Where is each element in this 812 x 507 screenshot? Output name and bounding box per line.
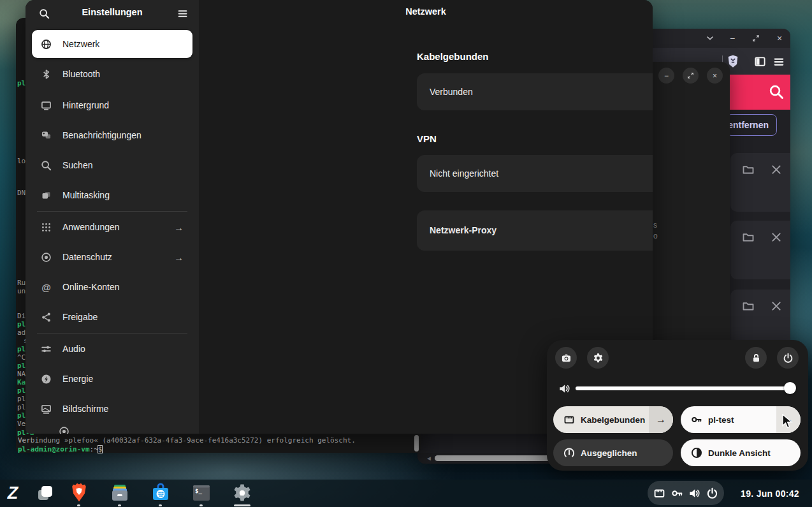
bolt-icon: [41, 374, 52, 385]
section-title-vpn: VPN: [417, 133, 437, 144]
tile-power-profile[interactable]: Ausgeglichen: [553, 439, 673, 466]
files-icon[interactable]: [110, 483, 130, 503]
software-store-icon[interactable]: [150, 483, 171, 503]
page-search-icon[interactable]: [769, 84, 784, 99]
quick-settings-panel: Kabelgebunden → pl-test → Ausgeglichen D…: [547, 340, 808, 471]
globe-icon: [41, 39, 52, 50]
list-item: [730, 221, 790, 279]
sidebar-item-suchen[interactable]: Suchen: [32, 152, 192, 178]
chevron-right-icon: →: [174, 252, 184, 263]
windows-icon: [41, 190, 52, 201]
running-indicator: [159, 504, 162, 506]
close-icon[interactable]: [770, 300, 783, 312]
key-icon: [671, 487, 683, 499]
sidebar-item-bluetooth[interactable]: Bluetooth: [32, 61, 192, 87]
close-icon[interactable]: [770, 231, 783, 244]
screenshot-camera-icon[interactable]: [555, 347, 577, 369]
volume-slider-knob[interactable]: [784, 382, 796, 394]
maximize-button[interactable]: [683, 68, 699, 84]
search-icon: [41, 160, 52, 171]
monitor-icon: [41, 100, 52, 111]
vertical-scrollbar[interactable]: [414, 435, 419, 452]
sidebar-panel-icon[interactable]: [754, 55, 766, 68]
hamburger-menu-icon[interactable]: [174, 5, 191, 22]
vpn-status-label: Nicht eingerichtet: [430, 168, 498, 179]
sidebar-item-online-konten[interactable]: @ Online-Konten: [32, 274, 192, 300]
sidebar-item-freigabe[interactable]: Freigabe: [32, 304, 192, 330]
terminal-cursor: [98, 445, 103, 453]
running-indicator-active: [234, 504, 250, 506]
sidebar-item-multitasking[interactable]: Multitasking: [32, 182, 192, 208]
browser-close-button[interactable]: ×: [774, 33, 785, 44]
window-switcher-icon[interactable]: [34, 483, 55, 503]
clock[interactable]: 19. Jun 00:42: [733, 480, 807, 507]
close-icon[interactable]: [770, 163, 783, 176]
page-header-banner: [729, 75, 790, 110]
at-icon: @: [41, 282, 52, 293]
display-icon: [41, 404, 52, 415]
zorin-menu-icon[interactable]: Z: [3, 483, 23, 503]
browser-maximize-button[interactable]: [750, 33, 762, 44]
sidebar-item-netzwerk[interactable]: Netzwerk: [32, 30, 192, 58]
desktop: − × e entfernen ◄: [0, 0, 812, 507]
terminal-prompt: pl-admin@zorin-vm:~$: [18, 445, 102, 453]
svg-text:$_: $_: [195, 488, 202, 494]
arrow-right-icon[interactable]: →: [649, 406, 673, 433]
clipped-text: s: [653, 221, 657, 230]
system-tray[interactable]: [648, 481, 724, 505]
chevron-down-icon[interactable]: [704, 33, 716, 44]
close-button[interactable]: ×: [707, 68, 723, 84]
key-icon: [691, 414, 702, 425]
sidebar-item-energie[interactable]: Energie: [32, 366, 192, 392]
sidebar-item-audio[interactable]: Audio: [32, 336, 192, 362]
running-indicator: [199, 504, 203, 506]
folder-icon[interactable]: [742, 300, 755, 312]
section-title-wired: Kabelgebunden: [417, 51, 489, 62]
speaker-icon[interactable]: [558, 383, 570, 395]
sidebar-item-hintergrund[interactable]: Hintergrund: [32, 92, 192, 118]
sidebar-header: Einstellungen: [25, 0, 199, 27]
proxy-row[interactable]: Netzwerk-Proxy Aus: [417, 210, 653, 251]
settings-gear-icon[interactable]: [232, 483, 252, 503]
page-title: Netzwerk: [199, 6, 653, 17]
lock-icon[interactable]: [745, 347, 767, 369]
clipped-sidebar-icon: [59, 426, 69, 434]
ethernet-icon: [563, 414, 575, 425]
folder-icon[interactable]: [742, 163, 755, 176]
connection-label: Verbunden: [430, 87, 473, 97]
power-icon: [706, 487, 718, 499]
brave-browser-icon[interactable]: [69, 483, 89, 503]
app-grid-icon: [41, 222, 52, 233]
minimize-button[interactable]: −: [658, 68, 674, 84]
folder-icon[interactable]: [742, 231, 755, 244]
sidebar-item-benachrichtigungen[interactable]: Benachrichtigungen: [32, 122, 192, 148]
tile-network[interactable]: Kabelgebunden →: [553, 406, 673, 433]
privacy-icon: [41, 252, 52, 263]
sidebar-separator: [37, 211, 187, 212]
wired-connection-row[interactable]: Verbunden: [417, 73, 653, 110]
browser-menu-icon[interactable]: [773, 56, 785, 68]
notifications-icon: [41, 130, 52, 141]
settings-sidebar: Einstellungen Netzwerk Bluetooth Hinterg…: [25, 0, 199, 434]
speaker-icon: [688, 487, 700, 499]
sliders-icon: [41, 344, 52, 355]
tile-dark-mode[interactable]: Dunkle Ansicht: [681, 439, 801, 466]
bluetooth-icon: [41, 69, 52, 80]
power-icon[interactable]: [777, 347, 799, 369]
volume-slider[interactable]: [576, 386, 795, 390]
settings-gear-icon[interactable]: [587, 347, 609, 369]
sidebar-item-anwendungen[interactable]: Anwendungen →: [32, 214, 192, 240]
terminal-icon[interactable]: $_: [191, 483, 212, 503]
scroll-left-arrow-icon[interactable]: ◄: [426, 455, 432, 462]
proxy-label: Netzwerk-Proxy: [430, 225, 497, 235]
terminal-output-line: Verbindung »plefoo« (a40032af-632a-4fa3-…: [18, 436, 356, 445]
page-title: Einstellungen: [25, 7, 199, 17]
remove-button[interactable]: e entfernen: [726, 114, 777, 136]
running-indicator: [77, 504, 80, 506]
sidebar-item-datenschutz[interactable]: Datenschutz →: [32, 244, 192, 270]
ethernet-icon: [653, 487, 665, 499]
list-item: [730, 153, 790, 212]
running-indicator: [118, 504, 121, 506]
sidebar-item-bildschirme[interactable]: Bildschirme: [32, 396, 192, 422]
browser-minimize-button[interactable]: −: [727, 33, 738, 44]
